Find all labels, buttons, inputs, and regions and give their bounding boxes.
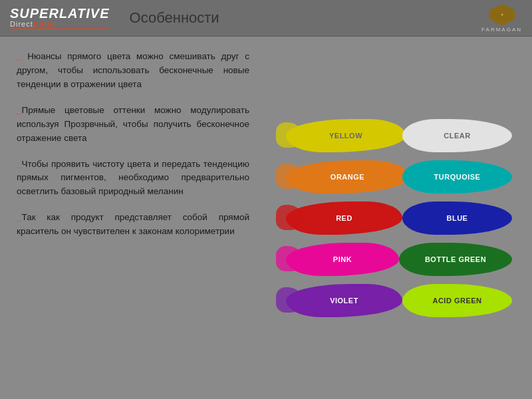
logo-superlative: SUPERLATIVE xyxy=(10,7,110,20)
text-block-2: _Прямые цветовые оттенки можно модулиров… xyxy=(17,104,249,146)
swatch-red: RED xyxy=(286,201,402,235)
logo-direct-line: Direct Color xyxy=(10,20,55,28)
logo-color-text: Color xyxy=(33,20,56,28)
logo-direct-text: Direct xyxy=(10,20,33,28)
farmagan-logo: ✦ FARMAGAN xyxy=(481,4,522,33)
swatches-panel: YELLOW CLEAR ORANGE TURQUOISE RED BLU xyxy=(266,37,532,399)
swatch-pink: PINK xyxy=(286,243,399,276)
page-title: Особенности xyxy=(130,9,482,27)
text-panel: _ Нюансы прямого цвета можно смешивать д… xyxy=(0,37,266,399)
swatch-violet: VIOLET xyxy=(286,284,402,317)
text-block-1: _ Нюансы прямого цвета можно смешивать д… xyxy=(17,50,249,92)
farmagan-text: FARMAGAN xyxy=(481,27,522,33)
text-block-2-content: Прямые цветовые оттенки можно модулирова… xyxy=(17,105,249,143)
swatch-row-4: PINK BOTTLE GREEN xyxy=(286,241,512,278)
underscore-3: _ xyxy=(17,159,22,169)
swatch-clear: CLEAR xyxy=(402,119,512,152)
swatch-row-3: RED BLUE xyxy=(286,200,512,237)
underscore-2: _ xyxy=(17,105,22,115)
swatch-yellow: YELLOW xyxy=(286,119,406,152)
text-block-4: _Так как продукт представляет собой прям… xyxy=(17,211,249,239)
text-block-4-content: Так как продукт представляет собой прямо… xyxy=(17,212,249,236)
underscore-1: _ xyxy=(17,51,27,61)
swatch-orange: ORANGE xyxy=(286,160,409,194)
swatch-row-5: VIOLET ACID GREEN xyxy=(286,282,512,319)
text-block-3: _Чтобы проявить чистоту цвета и передать… xyxy=(17,158,249,200)
swatch-bottle-green: BOTTLE GREEN xyxy=(399,243,512,276)
header: SUPERLATIVE Direct Color Особенности ✦ F… xyxy=(0,0,532,37)
main-content: _ Нюансы прямого цвета можно смешивать д… xyxy=(0,37,532,399)
underscore-4: _ xyxy=(17,212,22,222)
text-block-3-content: Чтобы проявить чистоту цвета и передать … xyxy=(17,159,249,197)
swatch-acid-green: ACID GREEN xyxy=(402,284,512,317)
swatch-row-1: YELLOW CLEAR xyxy=(286,117,512,154)
swatch-turquoise: TURQUOISE xyxy=(402,160,512,194)
swatch-row-2: ORANGE TURQUOISE xyxy=(286,158,512,196)
logo-underline xyxy=(10,29,110,30)
farmagan-icon: ✦ xyxy=(489,4,515,25)
swatch-blue: BLUE xyxy=(402,201,512,235)
text-block-1-content: Нюансы прямого цвета можно смешивать дру… xyxy=(17,51,249,89)
logo-area: SUPERLATIVE Direct Color xyxy=(10,7,110,30)
logo-superlative-text: SUPERLATIVE xyxy=(10,6,110,21)
